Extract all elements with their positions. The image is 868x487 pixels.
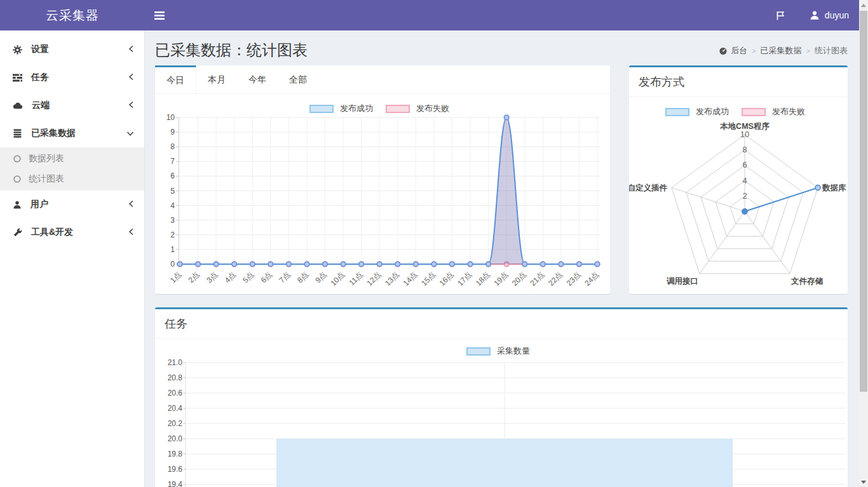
legend-success-label[interactable]: 发布成功 — [340, 103, 373, 114]
svg-text:6: 6 — [742, 160, 747, 170]
svg-text:10: 10 — [740, 130, 749, 139]
panel-title-row: 发布方式 — [629, 67, 848, 97]
tab-all[interactable]: 全部 — [278, 65, 318, 93]
svg-text:15点: 15点 — [419, 270, 437, 288]
svg-text:8: 8 — [742, 145, 747, 154]
svg-text:2: 2 — [170, 230, 175, 239]
breadcrumb-section[interactable]: 已采集数据 — [761, 45, 802, 57]
sidebar-item-settings[interactable]: 设置 — [0, 36, 144, 63]
app-brand[interactable]: 云采集器 — [0, 0, 145, 30]
svg-text:8点: 8点 — [295, 270, 310, 284]
breadcrumb-home[interactable]: 后台 — [719, 45, 747, 57]
legend-fail-swatch[interactable] — [742, 108, 766, 116]
sidebar-item-label: 已采集数据 — [31, 128, 76, 139]
svg-text:20.2: 20.2 — [168, 419, 183, 428]
tab-today[interactable]: 今日 — [155, 65, 196, 93]
tab-this-month[interactable]: 本月 — [196, 65, 237, 93]
legend-fail-label[interactable]: 发布失败 — [772, 106, 805, 117]
sidebar-toggle-button[interactable] — [145, 0, 174, 30]
sidebar-item-tasks[interactable]: 任务 — [0, 63, 144, 91]
scrollbar-up-arrow[interactable] — [859, 0, 868, 10]
tasks-panel: 任务 采集数量 21.020.820.620.420.220.019.819.6… — [155, 307, 848, 487]
svg-text:0: 0 — [170, 260, 175, 269]
scrollbar-thumb[interactable] — [860, 11, 867, 392]
breadcrumb-separator: > — [752, 47, 756, 55]
svg-text:6: 6 — [170, 171, 175, 180]
flag-button[interactable] — [771, 0, 789, 30]
svg-text:6点: 6点 — [259, 270, 274, 284]
svg-text:17点: 17点 — [456, 270, 473, 288]
svg-text:19.6: 19.6 — [168, 465, 183, 474]
legend-fail-swatch[interactable] — [386, 105, 410, 113]
sidebar-item-label: 工具&开发 — [31, 227, 73, 238]
database-icon — [13, 129, 22, 138]
navbar-right: duyun — [771, 0, 853, 30]
chevron-left-icon — [128, 72, 134, 83]
cloud-icon — [13, 101, 23, 110]
sidebar-item-label: 用户 — [31, 199, 48, 210]
legend-collect-label[interactable]: 采集数量 — [497, 345, 530, 357]
circle-o-icon — [13, 175, 21, 183]
svg-text:5点: 5点 — [241, 270, 255, 284]
tasks-bar-chart: 21.020.820.620.420.220.019.819.619.4 — [155, 357, 848, 487]
publish-method-radar-chart: 246810本地CMS程序数据库文件存储调用接口自定义插件 — [629, 117, 848, 293]
svg-text:9: 9 — [170, 128, 175, 137]
sidebar-item-users[interactable]: 用户 — [0, 190, 144, 218]
svg-text:10: 10 — [166, 114, 175, 122]
publish-method-panel: 发布方式 发布成功 发布失败 246810本地CMS程序数据库文件存储调用接口自… — [629, 65, 848, 294]
legend-collect-swatch[interactable] — [466, 347, 491, 356]
svg-text:20.4: 20.4 — [168, 404, 183, 413]
sidebar-item-cloud[interactable]: 云端 — [0, 91, 144, 119]
svg-text:1点: 1点 — [168, 270, 183, 284]
daily-stats-panel: 今日 本月 今年 全部 发布成功 发布失败 0123456789101点2点3点… — [155, 65, 610, 294]
user-menu-button[interactable]: duyun — [806, 0, 853, 30]
svg-text:24点: 24点 — [583, 270, 600, 288]
legend-success-swatch[interactable] — [309, 105, 334, 113]
circle-o-icon — [13, 155, 21, 163]
svg-text:4: 4 — [742, 176, 747, 185]
sidebar-subitem-data-list[interactable]: 数据列表 — [0, 149, 144, 169]
wrench-icon — [13, 228, 22, 237]
daily-chart-legend: 发布成功 发布失败 — [155, 103, 610, 114]
svg-text:16点: 16点 — [438, 270, 456, 288]
sidebar-item-collected-data[interactable]: 已采集数据 — [0, 119, 144, 147]
collected-data-submenu: 数据列表 统计图表 — [0, 147, 144, 190]
svg-text:3点: 3点 — [205, 270, 219, 284]
legend-success-swatch[interactable] — [665, 108, 689, 116]
radar-chart-legend: 发布成功 发布失败 — [629, 106, 848, 117]
sidebar-subitem-label: 数据列表 — [29, 153, 64, 164]
panel-title-row: 任务 — [155, 309, 848, 339]
sidebar-item-tools-dev[interactable]: 工具&开发 — [0, 218, 144, 246]
svg-text:21点: 21点 — [529, 270, 546, 288]
tab-this-year[interactable]: 今年 — [237, 65, 278, 93]
window-scrollbar — [859, 0, 868, 487]
svg-text:4点: 4点 — [223, 270, 238, 284]
svg-text:23点: 23点 — [565, 270, 583, 288]
svg-text:文件存储: 文件存储 — [790, 276, 824, 286]
legend-success-label[interactable]: 发布成功 — [696, 106, 729, 117]
svg-text:13点: 13点 — [383, 270, 401, 288]
sidebar: 设置 任务 云端 — [0, 30, 145, 487]
svg-text:7: 7 — [170, 157, 175, 166]
top-navbar: 云采集器 duyun — [0, 0, 859, 30]
legend-fail-label[interactable]: 发布失败 — [416, 103, 449, 114]
chevron-left-icon — [128, 100, 134, 111]
breadcrumb: 后台 > 已采集数据 > 统计图表 — [719, 45, 848, 57]
chevron-left-icon — [128, 227, 134, 238]
svg-text:自定义插件: 自定义插件 — [629, 183, 667, 192]
svg-text:21.0: 21.0 — [168, 358, 183, 367]
sidebar-item-label: 云端 — [32, 100, 50, 111]
sidebar-subitem-stats-chart[interactable]: 统计图表 — [0, 169, 144, 189]
svg-text:12点: 12点 — [365, 270, 383, 288]
panel-title: 发布方式 — [639, 76, 684, 88]
scrollbar-down-arrow[interactable] — [859, 477, 868, 487]
chevron-left-icon — [128, 199, 134, 210]
svg-text:2点: 2点 — [187, 270, 201, 284]
svg-text:20.6: 20.6 — [168, 389, 183, 397]
chevron-left-icon — [128, 44, 134, 55]
user-icon — [810, 10, 820, 20]
svg-text:20.8: 20.8 — [168, 373, 183, 382]
svg-text:19点: 19点 — [492, 270, 510, 288]
svg-text:10点: 10点 — [329, 270, 346, 288]
breadcrumb-separator: > — [806, 47, 810, 55]
